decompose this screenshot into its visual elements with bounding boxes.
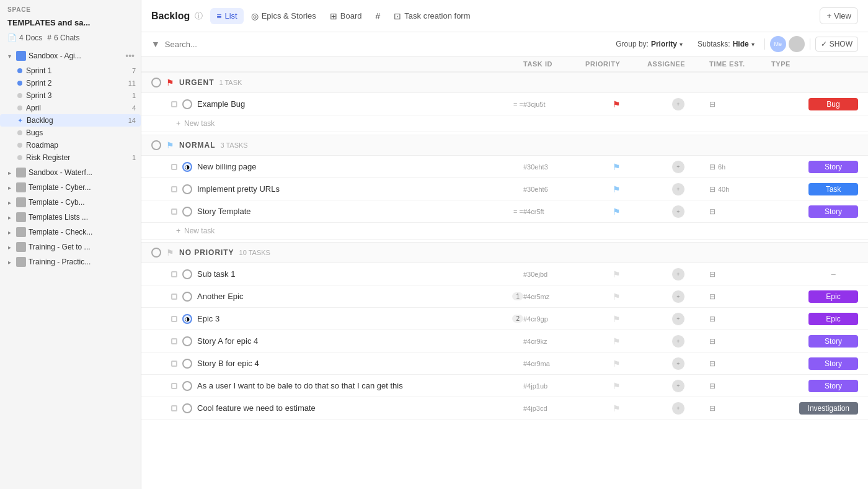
- sidebar-item-sprint3[interactable]: Sprint 3 1: [0, 89, 141, 102]
- table-row: Implement pretty URLs #30eht6 ⚑ + ⊟ 40h …: [141, 178, 868, 200]
- task-assignee[interactable]: +: [647, 379, 709, 393]
- group-label: Training - Practic...: [29, 258, 136, 266]
- task-status-icon[interactable]: [182, 99, 192, 109]
- task-priority[interactable]: ⚑: [585, 403, 647, 413]
- task-name: Story Template: [197, 207, 508, 216]
- search-input[interactable]: [165, 40, 339, 49]
- sidebar-group-training-get[interactable]: ▸ Training - Get to ...: [0, 240, 141, 254]
- tab-epics-stories[interactable]: ◎ Epics & Stories: [245, 8, 322, 24]
- table-row: Another Epic 1 #4cr5mz ⚑ + ⊟ Epic: [141, 285, 868, 308]
- task-status-icon[interactable]: [182, 207, 192, 217]
- task-priority[interactable]: ⚑: [585, 359, 647, 369]
- sidebar-item-risk-register[interactable]: Risk Register 1: [0, 151, 141, 164]
- priority-name: NO PRIORITY: [179, 248, 234, 257]
- task-priority[interactable]: ⚑: [585, 336, 647, 346]
- subtasks-control[interactable]: Subtasks: Hide ▾: [693, 37, 760, 51]
- task-dots: = =: [513, 208, 523, 215]
- me-avatar[interactable]: Me: [770, 36, 786, 52]
- task-assignee[interactable]: +: [647, 402, 709, 415]
- collapse-button[interactable]: [151, 140, 161, 150]
- task-priority[interactable]: ⚑: [585, 184, 647, 194]
- add-task-button[interactable]: + New task: [141, 115, 868, 132]
- tab-task-form[interactable]: ⊡ Task creation form: [388, 8, 476, 24]
- task-assignee[interactable]: +: [647, 97, 709, 111]
- show-button[interactable]: ✓ SHOW: [815, 37, 858, 52]
- sidebar-group-sandbox-waterfall[interactable]: ▸ Sandbox - Waterf...: [0, 165, 141, 180]
- folder-icon: [16, 227, 26, 237]
- priority-count: 1 TASK: [219, 79, 242, 86]
- task-handle: [171, 405, 177, 411]
- board-icon: ⊞: [330, 11, 337, 21]
- task-priority[interactable]: ⚑: [585, 207, 647, 217]
- sidebar-group-template-check[interactable]: ▸ Template - Check...: [0, 225, 141, 240]
- task-priority[interactable]: ⚑: [585, 269, 647, 279]
- col-time: TIME EST.: [709, 60, 771, 68]
- task-priority[interactable]: ⚑: [585, 381, 647, 391]
- tab-hash[interactable]: #: [370, 8, 387, 24]
- priority-flag-icon: ⚑: [613, 336, 621, 346]
- collapse-button[interactable]: [151, 248, 161, 258]
- sidebar-group-templates-lists[interactable]: ▸ Templates Lists ...: [0, 210, 141, 225]
- avatar: +: [671, 267, 685, 281]
- priority-header-normal[interactable]: ⚑ NORMAL 3 TASKS: [141, 135, 868, 156]
- priority-header-urgent[interactable]: ⚑ URGENT 1 TASK: [141, 72, 868, 93]
- task-status-icon[interactable]: ◑: [182, 162, 192, 172]
- task-assignee[interactable]: +: [647, 334, 709, 348]
- table-header: TASK ID PRIORITY ASSIGNEE TIME EST. TYPE: [141, 56, 868, 72]
- sidebar-group-template-cyber2[interactable]: ▸ Template - Cyb...: [0, 195, 141, 210]
- task-status-icon[interactable]: [182, 403, 192, 413]
- priority-header-no-priority[interactable]: ⚑ NO PRIORITY 10 TASKS: [141, 242, 868, 263]
- sidebar-group-training-prac[interactable]: ▸ Training - Practic...: [0, 254, 141, 269]
- more-options-icon[interactable]: •••: [124, 51, 136, 61]
- tab-board[interactable]: ⊞ Board: [324, 8, 368, 24]
- task-assignee[interactable]: +: [647, 182, 709, 196]
- task-assignee[interactable]: +: [647, 312, 709, 326]
- task-status-icon[interactable]: [182, 269, 192, 279]
- task-status-icon[interactable]: ◑: [182, 314, 192, 324]
- info-icon[interactable]: ⓘ: [195, 11, 203, 22]
- task-time: ⊟: [709, 315, 771, 323]
- task-status-icon[interactable]: [182, 184, 192, 194]
- sidebar-item-roadmap[interactable]: Roadmap: [0, 139, 141, 151]
- epics-icon: ◎: [251, 11, 259, 21]
- page-title: Backlog: [151, 11, 190, 22]
- chats-link[interactable]: # 6 Chats: [47, 34, 79, 42]
- item-label: Bugs: [26, 128, 122, 137]
- task-status-icon[interactable]: [182, 359, 192, 369]
- task-name: Another Epic: [197, 292, 507, 301]
- task-priority[interactable]: ⚑: [585, 292, 647, 302]
- task-status-icon[interactable]: [182, 381, 192, 391]
- add-task-button[interactable]: + New task: [141, 223, 868, 240]
- chevron-right-icon: ▸: [5, 168, 14, 177]
- view-button[interactable]: + View: [820, 7, 858, 24]
- task-assignee[interactable]: +: [647, 205, 709, 218]
- task-assignee[interactable]: +: [647, 267, 709, 281]
- sidebar-group-sandbox-agile[interactable]: ▾ Sandbox - Agi... •••: [0, 48, 141, 63]
- task-assignee[interactable]: +: [647, 290, 709, 303]
- avatar-group: Me: [770, 36, 805, 52]
- task-status-icon[interactable]: [182, 292, 192, 302]
- filter-icon[interactable]: ▼: [151, 39, 160, 49]
- item-label: April: [26, 104, 122, 112]
- sidebar-group-template-cyber1[interactable]: ▸ Template - Cyber...: [0, 180, 141, 195]
- sidebar-item-backlog[interactable]: ✦ Backlog 14: [0, 114, 141, 127]
- docs-link[interactable]: 📄 4 Docs: [7, 34, 42, 42]
- sidebar-item-bugs[interactable]: Bugs: [0, 127, 141, 139]
- task-priority[interactable]: ⚑: [585, 314, 647, 324]
- sidebar-item-april[interactable]: April 4: [0, 102, 141, 114]
- task-status-icon[interactable]: [182, 336, 192, 346]
- collapse-button[interactable]: [151, 78, 161, 87]
- subtasks-value: Hide: [733, 40, 749, 48]
- sidebar-item-sprint1[interactable]: Sprint 1 7: [0, 65, 141, 77]
- task-name: Epic 3: [197, 314, 507, 323]
- table-row: As a user I want to be bale to do that s…: [141, 375, 868, 397]
- tab-list[interactable]: ≡ List: [210, 8, 243, 24]
- group-by-control[interactable]: Group by: Priority ▾: [611, 37, 688, 51]
- status-dot: [17, 81, 22, 86]
- task-priority[interactable]: ⚑: [585, 162, 647, 172]
- task-assignee[interactable]: +: [647, 160, 709, 174]
- sidebar-item-sprint2[interactable]: Sprint 2 11: [0, 77, 141, 89]
- user-avatar[interactable]: [789, 36, 805, 52]
- task-assignee[interactable]: +: [647, 357, 709, 370]
- task-priority[interactable]: ⚑: [585, 99, 647, 109]
